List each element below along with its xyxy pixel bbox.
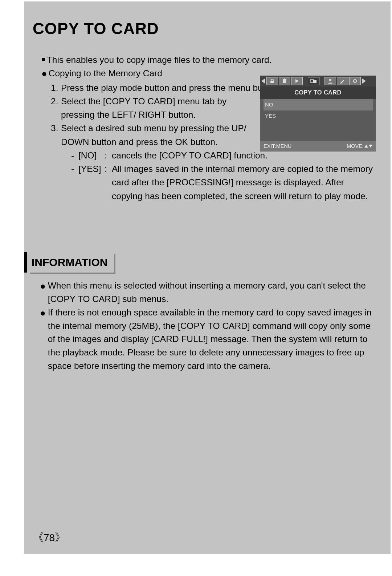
tab-copy-icon <box>308 77 319 85</box>
option-label: [NO] <box>78 149 105 162</box>
arrow-down-icon <box>369 145 372 148</box>
angle-left-icon: 《 <box>33 530 44 545</box>
lcd-exit-label: EXIT:MENU <box>264 142 291 150</box>
option-label: [YES] <box>78 162 105 203</box>
intro-line: ■ This enables you to copy image files t… <box>41 53 376 67</box>
tab-trash-icon <box>279 77 290 85</box>
info-text: If there is not enough space available i… <box>48 306 376 373</box>
svg-marker-14 <box>364 145 368 148</box>
tab-play-icon <box>291 77 303 85</box>
square-bullet-icon: ■ <box>41 53 45 67</box>
dash-icon: - <box>71 162 78 203</box>
tab-setup-icon <box>349 77 361 85</box>
svg-marker-15 <box>369 145 372 148</box>
angle-right-icon: 》 <box>55 530 66 545</box>
lcd-options: NO YES <box>260 99 376 122</box>
svg-rect-3 <box>283 80 286 83</box>
bullet-icon: ● <box>41 67 47 81</box>
step-text: Select the [COPY TO CARD] menu tab by pr… <box>61 94 253 121</box>
arrow-right-icon <box>362 77 367 85</box>
manual-page: COPY TO CARD ■ This enables you to copy … <box>24 1 391 554</box>
lcd-move-label: MOVE: <box>347 142 372 150</box>
svg-rect-8 <box>313 80 317 83</box>
step-text: Select a desired sub menu by pressing th… <box>61 121 264 148</box>
svg-marker-0 <box>261 78 265 84</box>
lcd-footer: EXIT:MENU MOVE: <box>260 141 376 152</box>
colon: : <box>105 162 112 203</box>
tab-edit-icon <box>337 77 348 85</box>
tab-lock-icon <box>266 77 278 85</box>
lcd-tab-bar <box>260 76 376 86</box>
option-text: All images saved in the internal memory … <box>112 162 376 203</box>
information-body: ● When this menu is selected without ins… <box>40 279 376 372</box>
svg-point-9 <box>329 79 331 81</box>
svg-marker-10 <box>340 80 344 84</box>
step-number: 1. <box>51 81 61 94</box>
bullet-icon: ● <box>40 306 46 373</box>
bullet-icon: ● <box>40 279 46 306</box>
subheading-text: Copying to the Memory Card <box>49 67 162 81</box>
svg-rect-4 <box>283 79 286 80</box>
svg-marker-13 <box>362 78 366 84</box>
page-title: COPY TO CARD <box>33 20 376 38</box>
svg-marker-6 <box>295 79 299 83</box>
step-number: 3. <box>51 121 61 202</box>
arrow-left-icon <box>261 77 266 85</box>
svg-rect-5 <box>284 78 285 79</box>
colon: : <box>105 149 112 162</box>
option-yes: - [YES] : All images saved in the intern… <box>71 162 376 203</box>
svg-point-12 <box>355 81 356 82</box>
page-number: 《78》 <box>33 530 66 545</box>
step-text: Press the play mode button and press the… <box>61 81 280 94</box>
lcd-option-yes: YES <box>264 110 373 122</box>
lcd-option-no: NO <box>264 99 373 110</box>
information-panel: INFORMATION ● When this menu is selected… <box>33 252 376 373</box>
dash-icon: - <box>71 149 78 162</box>
option-list: - [NO] : cancels the [COPY TO CARD] func… <box>71 149 376 203</box>
arrow-up-icon <box>364 145 368 148</box>
intro-text: This enables you to copy image files to … <box>47 53 272 67</box>
info-item-1: ● When this menu is selected without ins… <box>40 279 376 306</box>
camera-lcd: COPY TO CARD NO YES EXIT:MENU MOVE: <box>260 76 376 152</box>
info-text: When this menu is selected without inser… <box>48 279 376 306</box>
tab-person-icon <box>324 77 336 85</box>
lcd-title: COPY TO CARD <box>260 86 376 99</box>
information-heading: INFORMATION <box>24 252 114 273</box>
step-number: 2. <box>51 94 61 121</box>
content-block: ■ This enables you to copy image files t… <box>33 53 376 373</box>
svg-rect-2 <box>271 79 273 81</box>
info-item-2: ● If there is not enough space available… <box>40 306 376 373</box>
